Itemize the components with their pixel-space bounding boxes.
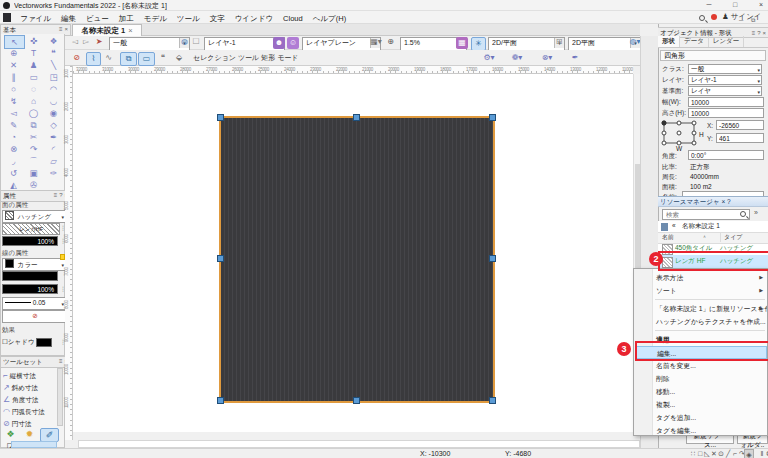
- selection-handle-4[interactable]: [489, 255, 496, 262]
- shadow-color-swatch[interactable]: [36, 338, 52, 347]
- basic-tool-22[interactable]: ⧉: [24, 119, 43, 131]
- context-menu-item-13[interactable]: タグを編集...: [635, 424, 767, 437]
- y-input[interactable]: [716, 133, 764, 143]
- basic-tool-12[interactable]: ○: [4, 83, 23, 95]
- plane-combo[interactable]: レイヤ▾: [688, 86, 762, 96]
- selection-handle-6[interactable]: [353, 397, 360, 404]
- line-color-bar[interactable]: [2, 271, 58, 281]
- brush-icon[interactable]: ✐: [40, 428, 59, 442]
- selection-handle-1[interactable]: [353, 114, 360, 121]
- tab-close-icon[interactable]: ×: [128, 26, 132, 35]
- toolset-item-0[interactable]: ⌐縦横寸法: [3, 370, 57, 382]
- toolset-item-1[interactable]: ↗斜め寸法: [3, 382, 57, 394]
- menu-icon[interactable]: ≡: [59, 357, 63, 366]
- selection-handle-2[interactable]: [489, 114, 496, 121]
- class-visibility-icon[interactable]: ☐: [191, 36, 201, 48]
- basic-tool-3[interactable]: ⊕: [4, 47, 23, 59]
- line-marker-select[interactable]: ⊘: [2, 310, 66, 323]
- basic-tool-4[interactable]: T: [24, 47, 43, 59]
- mode-preselect-icon[interactable]: ∿: [102, 52, 115, 64]
- pen-mode-icon[interactable]: ✒: [568, 52, 582, 64]
- basic-tool-27[interactable]: ⊗: [4, 143, 23, 155]
- selection-handle-3[interactable]: [217, 255, 224, 262]
- basic-tool-21[interactable]: ✎: [4, 119, 23, 131]
- clip-mode-icon[interactable]: ⊗▾: [538, 52, 556, 64]
- basic-tool-8[interactable]: ╲: [44, 59, 63, 71]
- basic-tool-19[interactable]: ◯: [24, 107, 43, 119]
- width-input[interactable]: [688, 97, 764, 107]
- hatch-preview[interactable]: レンガHF: [2, 223, 60, 235]
- mode-polygon-icon[interactable]: ⬙: [172, 52, 186, 64]
- viewports-icon[interactable]: ⊞: [553, 36, 565, 48]
- snap-toggle-icon-10[interactable]: ⚙: [764, 449, 768, 458]
- line-type-select[interactable]: カラー ▾: [2, 258, 66, 271]
- resource-search-input[interactable]: [662, 209, 750, 220]
- height-input[interactable]: [688, 108, 764, 118]
- close-icon[interactable]: ×: [64, 25, 68, 34]
- face-type-select[interactable]: ハッチング ▾: [2, 210, 66, 223]
- forward-arrow-icon[interactable]: ▻: [81, 36, 91, 48]
- minimize-button[interactable]: ─: [698, 0, 720, 11]
- disable-snap-icon[interactable]: ⊘: [70, 52, 83, 64]
- basic-tool-10[interactable]: ▭: [24, 71, 43, 83]
- line-weight-select[interactable]: 0.05 ▾: [2, 297, 66, 310]
- view-options-icon[interactable]: ▦▾: [369, 36, 383, 48]
- context-menu-item-1[interactable]: ソート▶: [635, 284, 767, 297]
- panel-chevron[interactable]: »: [754, 209, 758, 216]
- lightbulb-icon[interactable]: ✹: [21, 428, 38, 440]
- drawing-canvas[interactable]: [73, 74, 633, 432]
- layer-combo[interactable]: レイヤ-1▾: [688, 75, 762, 85]
- saved-views-icon[interactable]: ➤: [93, 36, 105, 48]
- layer-visibility-icon[interactable]: ☺: [287, 37, 299, 49]
- shadow-checkbox[interactable]: ☐シャドウ: [2, 338, 34, 347]
- basic-tool-13[interactable]: ◌: [24, 83, 43, 95]
- context-menu-item-9[interactable]: 削除: [635, 372, 767, 385]
- selected-rectangle-object[interactable]: [219, 116, 495, 403]
- resource-manager-header[interactable]: リソースマネージャ × ?: [658, 196, 768, 207]
- context-menu-item-4[interactable]: ハッチングからテクスチャを作成...: [635, 315, 767, 328]
- toolset-item-2[interactable]: ∠角度寸法: [3, 394, 57, 406]
- basic-tool-2[interactable]: ❖: [44, 35, 63, 47]
- maximize-button[interactable]: □: [724, 0, 746, 11]
- basic-tool-24[interactable]: ◔: [4, 131, 23, 143]
- class-select[interactable]: 一般▾: [109, 37, 190, 51]
- basic-tool-6[interactable]: ✕: [4, 59, 23, 71]
- basic-tool-28[interactable]: ↷: [24, 143, 43, 155]
- close-button[interactable]: ×: [750, 0, 768, 11]
- basic-tool-5[interactable]: ❝: [44, 47, 63, 59]
- basic-tool-17[interactable]: ◡: [44, 95, 63, 107]
- help-icon[interactable]: ?: [727, 198, 731, 205]
- basic-tool-25[interactable]: ✂: [24, 131, 43, 143]
- document-tab[interactable]: 名称未設定 1×: [72, 24, 142, 36]
- basic-tool-26[interactable]: ✒: [44, 131, 63, 143]
- class-combo[interactable]: 一般▾: [688, 64, 762, 74]
- close-icon[interactable]: ×: [721, 198, 725, 205]
- basic-tool-18[interactable]: ◅: [4, 107, 23, 119]
- tab-shape[interactable]: 形状: [658, 36, 680, 47]
- snap-toggle-icon-8[interactable]: ◈: [744, 449, 754, 458]
- class-options-icon[interactable]: ◍: [179, 36, 190, 48]
- search-icon[interactable]: [699, 15, 705, 21]
- menu-icon[interactable]: ≡: [59, 25, 63, 34]
- basic-tool-9[interactable]: ∥: [4, 71, 23, 83]
- grid-icon[interactable]: ▦: [456, 37, 468, 49]
- mode-interactive-icon[interactable]: ⌇: [86, 52, 101, 66]
- toolset-item-3[interactable]: ◠円弧長寸法: [3, 406, 57, 418]
- basic-tool-29[interactable]: ◜: [44, 143, 63, 155]
- basic-tool-15[interactable]: ↯: [4, 95, 23, 107]
- x-input[interactable]: [716, 120, 764, 130]
- zoom-tool-icon[interactable]: ⊕: [385, 36, 396, 48]
- selection-handle-5[interactable]: [217, 397, 224, 404]
- column-type[interactable]: タイプ: [720, 233, 742, 242]
- render-3d-icon[interactable]: ❖: [2, 428, 19, 440]
- context-menu-item-11[interactable]: 複製...: [635, 398, 767, 411]
- basic-tool-30[interactable]: ◞: [4, 155, 23, 167]
- tool-settings-icon[interactable]: ⚙▾: [480, 52, 498, 64]
- basic-tool-7[interactable]: ♟: [24, 59, 43, 71]
- toolset-palette-header[interactable]: ツールセット × ≡: [0, 356, 71, 368]
- selected-tool-highlight[interactable]: [11, 441, 57, 448]
- attribute-mapping-icon[interactable]: ❁▾: [508, 52, 526, 64]
- basic-tool-32[interactable]: ▱: [44, 155, 63, 167]
- toolset-scrollbar[interactable]: [57, 368, 63, 426]
- basic-tool-35[interactable]: ✑: [44, 167, 63, 179]
